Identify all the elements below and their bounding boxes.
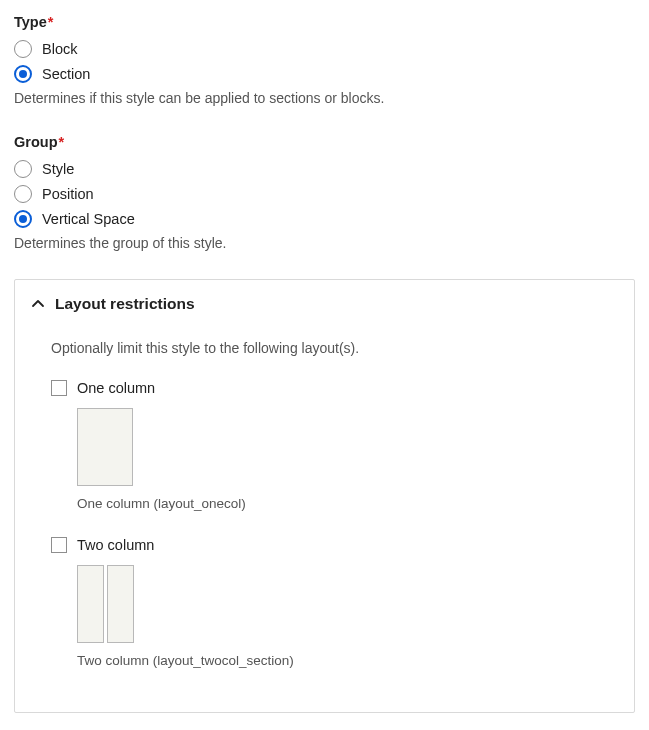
radio-dot-icon: [19, 70, 27, 78]
type-field-group: Type* Block Section Determines if this s…: [14, 14, 635, 106]
checkbox-icon: [51, 380, 67, 396]
layout-twocol-label: Two column: [77, 537, 154, 553]
layout-onecol-caption: One column (layout_onecol): [77, 496, 598, 511]
type-field-label: Type*: [14, 14, 635, 30]
layout-twocol-preview-frame: [77, 565, 134, 643]
type-option-section[interactable]: Section: [14, 65, 635, 83]
group-option-position[interactable]: Position: [14, 185, 635, 203]
group-option-vertical-space-label: Vertical Space: [42, 211, 135, 227]
group-label-text: Group: [14, 134, 58, 150]
group-option-vertical-space[interactable]: Vertical Space: [14, 210, 635, 228]
layout-twocol-checkbox-row[interactable]: Two column: [51, 537, 598, 553]
type-label-text: Type: [14, 14, 47, 30]
required-asterisk: *: [59, 134, 65, 150]
layout-onecol-preview-frame: [77, 408, 133, 486]
layout-twocol-caption: Two column (layout_twocol_section): [77, 653, 598, 668]
radio-icon: [14, 65, 32, 83]
layout-twocol-preview: Two column (layout_twocol_section): [77, 565, 598, 668]
group-field-group: Group* Style Position Vertical Space Det…: [14, 134, 635, 251]
group-helper-text: Determines the group of this style.: [14, 235, 635, 251]
layout-restrictions-help: Optionally limit this style to the follo…: [51, 340, 598, 356]
layout-onecol-label: One column: [77, 380, 155, 396]
type-option-block-label: Block: [42, 41, 77, 57]
radio-dot-icon: [19, 215, 27, 223]
layout-restrictions-toggle[interactable]: Layout restrictions: [15, 280, 634, 328]
group-field-label: Group*: [14, 134, 635, 150]
type-option-section-label: Section: [42, 66, 90, 82]
layout-restrictions-body: Optionally limit this style to the follo…: [15, 340, 634, 712]
layout-onecol-preview: One column (layout_onecol): [77, 408, 598, 511]
layout-restrictions-title: Layout restrictions: [55, 295, 195, 313]
type-helper-text: Determines if this style can be applied …: [14, 90, 635, 106]
group-option-style[interactable]: Style: [14, 160, 635, 178]
type-option-block[interactable]: Block: [14, 40, 635, 58]
chevron-up-icon: [31, 297, 45, 311]
radio-icon: [14, 160, 32, 178]
layout-restrictions-panel: Layout restrictions Optionally limit thi…: [14, 279, 635, 713]
layout-column-icon: [77, 408, 133, 486]
radio-icon: [14, 185, 32, 203]
layout-column-icon: [77, 565, 104, 643]
group-option-style-label: Style: [42, 161, 74, 177]
radio-icon: [14, 210, 32, 228]
layout-column-icon: [107, 565, 134, 643]
required-asterisk: *: [48, 14, 54, 30]
layout-option-onecol: One column One column (layout_onecol): [51, 380, 598, 511]
layout-onecol-checkbox-row[interactable]: One column: [51, 380, 598, 396]
group-option-position-label: Position: [42, 186, 94, 202]
layout-option-twocol: Two column Two column (layout_twocol_sec…: [51, 537, 598, 668]
checkbox-icon: [51, 537, 67, 553]
radio-icon: [14, 40, 32, 58]
